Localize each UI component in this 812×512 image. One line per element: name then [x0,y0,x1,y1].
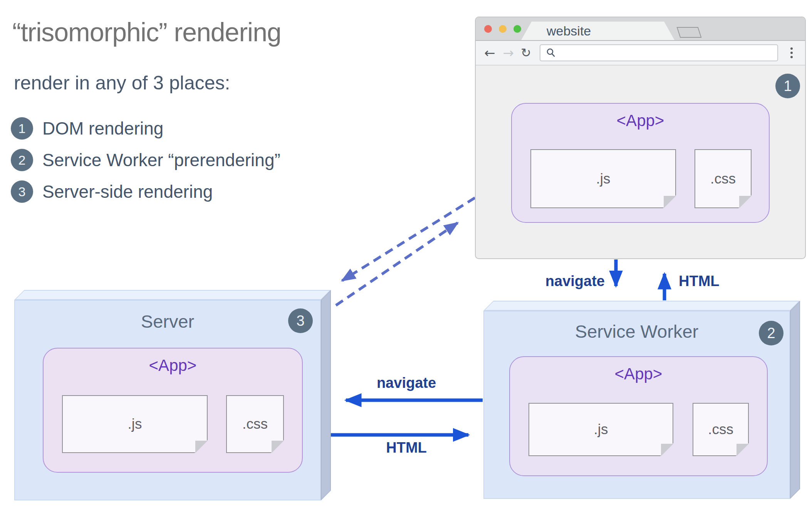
label-navigate-left: navigate [349,375,464,391]
service-worker-css-file-icon: .css [693,403,749,456]
server-box-right-face [321,290,331,500]
page-subtitle: render in any of 3 places: [14,72,230,94]
server-box: Server 3 <App> .js .css [14,300,321,500]
service-worker-app-box: <App> .js .css [509,356,768,476]
css-file-label: .css [242,416,268,432]
browser-css-file-icon: .css [695,149,752,208]
browser-app-title: <App> [512,111,769,130]
legend-item-server-side: 3 Server-side rendering [11,176,280,207]
forward-icon[interactable]: → [503,46,514,59]
arrow-dashed-to-server [342,198,475,281]
tab-title: website [547,24,591,39]
zoom-window-icon[interactable] [513,25,521,33]
server-box-top-face [14,290,331,300]
reload-icon[interactable]: ↻ [521,47,531,59]
legend-label-2: Service Worker “prerendering” [42,150,280,170]
browser-js-file-icon: .js [530,149,676,208]
legend-badge-1: 1 [11,117,33,140]
browser-tabstrip: website [476,17,805,41]
legend: 1 DOM rendering 2 Service Worker “preren… [11,113,280,207]
search-icon [545,47,557,59]
js-file-label: .js [596,171,611,187]
label-navigate-down: navigate [489,273,605,290]
new-tab-button[interactable] [676,27,701,38]
server-css-file-icon: .css [226,395,284,453]
css-file-label: .css [710,171,736,187]
window-controls [484,25,521,33]
service-worker-app-title: <App> [510,365,767,383]
server-step-badge: 3 [288,308,313,333]
browser-window: website ← → ↻ 1 <App> .js [475,17,806,259]
js-file-label: .js [594,421,608,438]
browser-step-badge: 1 [775,74,800,98]
diagram-canvas: “trisomorphic” rendering render in any o… [0,0,812,512]
legend-label-3: Server-side rendering [42,181,213,202]
browser-toolbar: ← → ↻ [476,41,805,66]
js-file-label: .js [128,416,142,432]
arrow-dashed-to-browser [336,223,458,305]
legend-item-dom: 1 DOM rendering [11,113,280,144]
label-html-right: HTML [349,440,464,456]
service-worker-box-right-face [790,301,800,499]
legend-badge-2: 2 [11,149,33,171]
label-html-up: HTML [679,273,771,290]
browser-tab[interactable]: website [521,22,674,40]
minimize-window-icon[interactable] [499,25,507,33]
service-worker-box: Service Worker 2 <App> .js .css [483,311,790,499]
server-title: Server [15,311,320,332]
browser-menu-icon[interactable] [778,47,805,58]
page-title: “trisomorphic” rendering [12,17,281,47]
browser-viewport: 1 <App> .js .css [476,66,805,259]
service-worker-title: Service Worker [484,321,789,342]
server-app-box: <App> .js .css [43,348,303,473]
service-worker-js-file-icon: .js [528,403,673,456]
server-app-title: <App> [44,356,302,375]
browser-app-box: <App> .js .css [511,103,770,223]
service-worker-step-badge: 2 [759,321,783,345]
css-file-label: .css [708,421,733,438]
legend-label-1: DOM rendering [42,118,163,139]
server-js-file-icon: .js [62,395,208,453]
url-input[interactable] [540,44,778,61]
legend-item-service-worker: 2 Service Worker “prerendering” [11,144,280,176]
close-window-icon[interactable] [484,25,492,33]
back-icon[interactable]: ← [484,46,495,59]
service-worker-box-top-face [483,301,800,311]
legend-badge-3: 3 [11,180,33,203]
